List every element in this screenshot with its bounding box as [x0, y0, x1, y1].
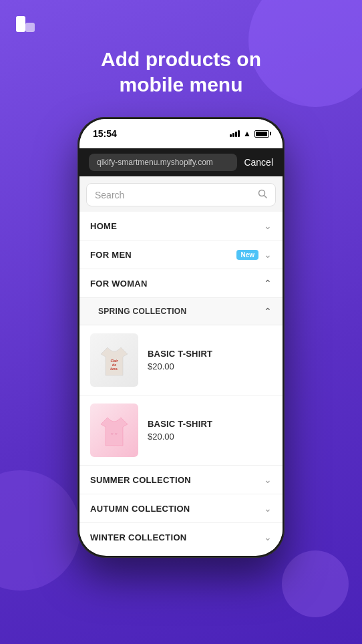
- svg-text:♡ ♡: ♡ ♡: [111, 432, 117, 436]
- signal-icon: [230, 130, 240, 137]
- page-heading: Add products on mobile menu: [74, 47, 288, 97]
- status-icons: ▲: [230, 129, 269, 138]
- menu-label-summer: SUMMER COLLECTION: [90, 475, 191, 485]
- menu-item-forwoman[interactable]: FOR WOMAN ⌃: [79, 269, 283, 298]
- menu-item-autumn[interactable]: AUTUMN COLLECTION ⌄: [79, 494, 283, 523]
- product-name-1: BASIC T-SHIRT: [148, 349, 272, 359]
- svg-rect-0: [16, 16, 25, 32]
- phone-screen: 15:54 ▲: [79, 119, 283, 556]
- sub-item-spring[interactable]: SPRING COLLECTION ⌃: [79, 298, 283, 325]
- menu-item-home[interactable]: HOME ⌄: [79, 212, 283, 240]
- search-bar[interactable]: Search: [86, 183, 276, 206]
- menu-item-summer[interactable]: SUMMER COLLECTION ⌄: [79, 466, 283, 494]
- wifi-icon: ▲: [243, 129, 251, 138]
- background: Add products on mobile menu 15:54: [0, 0, 362, 644]
- svg-rect-1: [25, 23, 35, 32]
- product-image-1: Clair de lune.: [90, 333, 138, 387]
- chevron-down-icon-3: ⌄: [264, 474, 272, 485]
- chevron-down-icon-2: ⌄: [264, 249, 272, 260]
- menu-item-formen[interactable]: FOR MEN New ⌄: [79, 240, 283, 269]
- menu-right-formen: New ⌄: [236, 249, 272, 260]
- url-bar: Cancel: [79, 148, 283, 176]
- menu-item-winter[interactable]: WINTER COLLECTION ⌄: [79, 523, 283, 550]
- chevron-up-icon: ⌃: [264, 278, 272, 289]
- sub-label-spring: SPRING COLLECTION: [98, 307, 186, 316]
- status-time: 15:54: [93, 128, 117, 139]
- menu-label-winter: WINTER COLLECTION: [90, 532, 186, 542]
- url-input[interactable]: [89, 154, 237, 171]
- menu-right-home: ⌄: [264, 220, 272, 231]
- product-price-1: $20.00: [148, 361, 272, 371]
- decorative-blob-3: [282, 550, 349, 617]
- product-info-2: BASIC T-SHIRT $20.00: [148, 419, 272, 442]
- menu-label-home: HOME: [90, 221, 117, 231]
- svg-line-3: [264, 196, 267, 198]
- search-placeholder: Search: [95, 190, 258, 200]
- app-logo: [13, 12, 37, 36]
- badge-new: New: [236, 250, 258, 260]
- menu-label-formen: FOR MEN: [90, 250, 132, 260]
- cancel-button[interactable]: Cancel: [244, 157, 273, 168]
- chevron-down-icon: ⌄: [264, 220, 272, 231]
- product-card-1[interactable]: Clair de lune. BASIC T-SHIRT $20.00: [79, 325, 283, 395]
- svg-text:lune.: lune.: [110, 367, 118, 371]
- chevron-down-icon-4: ⌄: [264, 503, 272, 514]
- menu-label-autumn: AUTUMN COLLECTION: [90, 504, 190, 514]
- product-price-2: $20.00: [148, 432, 272, 442]
- menu-label-forwoman: FOR WOMAN: [90, 279, 148, 289]
- phone-mockup: 15:54 ▲: [77, 117, 285, 558]
- bottom-items: SUMMER COLLECTION ⌄ AUTUMN COLLECTION ⌄ …: [79, 466, 283, 550]
- phone-frame: 15:54 ▲: [77, 117, 285, 558]
- decorative-blob-2: [0, 470, 80, 591]
- chevron-up-icon-2: ⌃: [264, 306, 272, 317]
- menu-content: Search HOME ⌄: [79, 176, 283, 550]
- product-name-2: BASIC T-SHIRT: [148, 419, 272, 429]
- product-info-1: BASIC T-SHIRT $20.00: [148, 349, 272, 371]
- chevron-down-icon-5: ⌄: [264, 532, 272, 542]
- product-image-2: ♡ ♡: [90, 404, 138, 457]
- product-card-2[interactable]: ♡ ♡ BASIC T-SHIRT $20.00: [79, 395, 283, 466]
- search-icon: [258, 189, 267, 200]
- battery-icon: [254, 130, 269, 138]
- menu-right-forwoman: ⌃: [264, 278, 272, 289]
- status-bar: 15:54 ▲: [79, 119, 283, 148]
